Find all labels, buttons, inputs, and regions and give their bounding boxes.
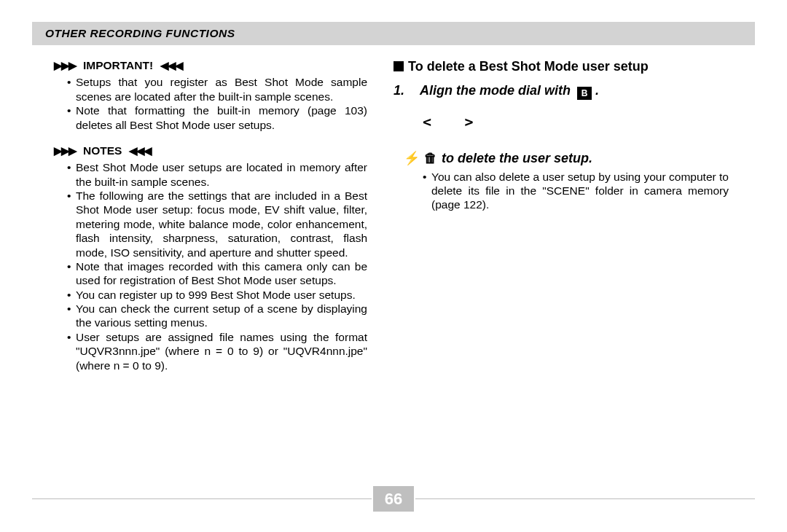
flash-icon: ⚡	[404, 151, 420, 165]
list-item: Note that formatting the built-in memory…	[67, 103, 367, 132]
notes-label: NOTES	[83, 144, 122, 157]
arrow-row: < >	[423, 113, 729, 131]
right-column: To delete a Best Shot Mode user setup 1.…	[394, 58, 729, 384]
triangle-left-icon: ◀◀◀	[160, 60, 182, 71]
step-delete: ⚡ 🗑 to delete the user setup.	[394, 150, 729, 167]
list-item: User setups are assigned file names usin…	[67, 330, 367, 372]
procedure-heading: To delete a Best Shot Mode user setup	[394, 58, 729, 75]
step-text: ⚡ 🗑 to delete the user setup.	[404, 150, 592, 167]
triangle-left-icon: ◀◀◀	[129, 145, 151, 156]
page-number: 66	[373, 486, 414, 512]
important-label: IMPORTANT!	[83, 58, 153, 72]
section-header-title: OTHER RECORDING FUNCTIONS	[45, 26, 235, 40]
list-item: You can also delete a user setup by usin…	[423, 170, 729, 212]
list-item: You can check the current setup of a sce…	[67, 302, 367, 330]
two-columns: ▶▶▶ IMPORTANT! ◀◀◀ Setups that you regis…	[32, 58, 755, 384]
step-text: Align the mode dial with B .	[420, 82, 599, 101]
list-item: Note that images recorded with this came…	[67, 259, 367, 288]
notes-list: Best Shot Mode user setups are located i…	[67, 160, 367, 372]
step-number: 1.	[394, 82, 410, 99]
triangle-right-icon: ▶▶▶	[54, 145, 76, 156]
step-sub-list: You can also delete a user setup by usin…	[423, 170, 729, 212]
best-shot-icon: B	[577, 87, 592, 100]
important-label-row: ▶▶▶ IMPORTANT! ◀◀◀	[54, 58, 367, 72]
list-item: You can register up to 999 Best Shot Mod…	[67, 288, 367, 302]
left-column: ▶▶▶ IMPORTANT! ◀◀◀ Setups that you regis…	[32, 58, 367, 384]
footer-line-left	[32, 498, 372, 499]
trash-icon: 🗑	[424, 151, 438, 165]
page-footer: 66	[32, 486, 755, 512]
black-square-icon	[394, 61, 404, 71]
list-item: Setups that you register as Best Shot Mo…	[67, 75, 367, 103]
important-list: Setups that you register as Best Shot Mo…	[67, 75, 367, 132]
angle-left-icon: <	[423, 113, 431, 131]
list-item: Best Shot Mode user setups are located i…	[67, 160, 367, 189]
step-1: 1. Align the mode dial with B .	[394, 82, 729, 101]
list-item: The following are the settings that are …	[67, 189, 367, 259]
notes-label-row: ▶▶▶ NOTES ◀◀◀	[54, 144, 367, 157]
triangle-right-icon: ▶▶▶	[54, 60, 76, 71]
manual-page: OTHER RECORDING FUNCTIONS ▶▶▶ IMPORTANT!…	[0, 0, 787, 532]
section-header-band: OTHER RECORDING FUNCTIONS	[32, 22, 755, 45]
angle-right-icon: >	[465, 113, 474, 131]
footer-line-right	[415, 498, 755, 499]
